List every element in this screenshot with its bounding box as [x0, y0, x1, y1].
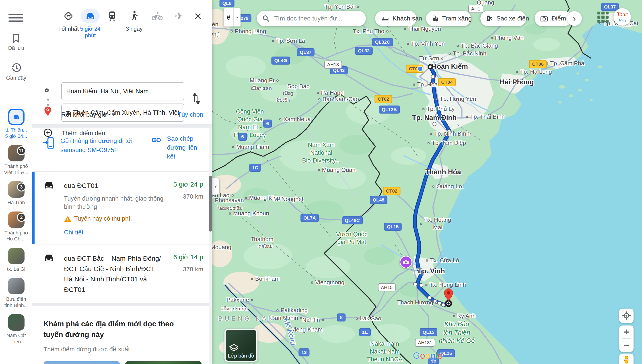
bicycle-icon — [151, 12, 163, 20]
route-options-button[interactable]: Tùy chọn — [178, 111, 203, 118]
recent-trip-item[interactable]: Nam CátTiên — [0, 314, 32, 345]
mode-flight-label: — — [168, 26, 190, 32]
destination-pin[interactable] — [444, 288, 454, 302]
swap-waypoints-button[interactable] — [191, 93, 201, 105]
suggested-stop-photo[interactable] — [125, 361, 202, 364]
place-dot-icon — [231, 194, 234, 196]
ime-letter[interactable]: ê — [224, 8, 234, 26]
car-icon — [85, 11, 96, 21]
place-dot-icon — [425, 284, 427, 286]
route-option-1[interactable]: qua ĐCT01 Tuyến đường nhanh nhất, giao t… — [32, 171, 212, 244]
map-label: Ban Nam Cao — [318, 96, 359, 103]
map-layers-button[interactable]: Lớp bản đồ — [225, 329, 258, 362]
map-label: ເມືອງ ແອດ — [251, 85, 272, 91]
zoom-out-button[interactable]: − — [619, 339, 633, 352]
map-label: Thanh Hóa — [425, 168, 461, 176]
depart-time-dropdown[interactable]: Rời khỏi bây giờ — [61, 111, 107, 118]
suggested-stop-photo[interactable] — [44, 361, 120, 364]
car-icon — [43, 180, 55, 191]
map-label: Thathom — [251, 236, 274, 243]
map-label: Tp. Ninh Bình — [430, 130, 470, 138]
road-badge: QL12B — [379, 106, 400, 114]
map-label: Pakkading — [276, 306, 308, 314]
origin-input[interactable] — [62, 82, 184, 100]
explore-title: Khám phá các địa điểm mới dọc theo tuyến… — [44, 318, 186, 340]
street-view-pegman-button[interactable] — [619, 354, 633, 364]
place-dot-icon — [232, 146, 234, 148]
recent-button[interactable]: Gần đây — [0, 63, 32, 81]
recent-trip-item[interactable]: 11Thành phốViệt Trì &... — [0, 145, 32, 176]
mode-walk[interactable]: 3 ngày — [123, 9, 145, 42]
apps-grid-icon[interactable] — [597, 12, 608, 23]
panel-collapse-button[interactable]: ‹ — [212, 178, 219, 194]
route-details-link[interactable]: Chi tiết — [64, 229, 83, 236]
place-dot-icon — [422, 108, 425, 110]
route-time: 5 giờ 24 p — [173, 180, 203, 188]
chip-hotel[interactable]: Khách sạn — [375, 11, 416, 26]
photo-spot-marker[interactable] — [400, 256, 412, 268]
explore-section: Khám phá các địa điểm mới dọc theo tuyến… — [32, 306, 212, 364]
route-start-marker[interactable] — [427, 64, 433, 70]
blue-dot-marker — [417, 66, 423, 72]
map-canvas[interactable]: Tp. Yên BáiQuangTp. Móng CáiPhổng LăngTx… — [212, 0, 642, 364]
chip-ev[interactable]: Sạc xe điện — [480, 11, 526, 26]
road-badge: AH131 — [415, 338, 435, 347]
mode-flight[interactable]: ✈ — — [168, 9, 190, 42]
map-label: ເມືອງ ປາກຊັນ — [221, 306, 248, 312]
panel-scrollbar-thumb[interactable] — [209, 176, 212, 232]
chevron-down-icon[interactable]: ▼ — [111, 112, 116, 118]
route-option-2[interactable]: qua ĐCT Bắc – Nam Phía Đông/ĐCT Cầu Giẽ … — [32, 244, 212, 303]
map-label: Nam XamNationalBio-Diversity... — [302, 141, 340, 164]
trip-count-badge: 11 — [17, 146, 26, 155]
chips-scroll-right-button[interactable]: › — [567, 11, 582, 26]
road-badge: QL32 — [355, 47, 373, 55]
saved-button[interactable]: Đã lưu — [0, 34, 32, 51]
chip-fuel[interactable]: Trạm xăng — [426, 11, 471, 26]
input-method-indicator[interactable]: ê ▾ — [224, 8, 241, 26]
map-label: Tp. Phủ Lý — [422, 105, 455, 113]
recent-trip-item[interactable]: 2Thành phốHồ Chí... — [0, 212, 32, 242]
mode-bike[interactable]: — — [146, 9, 168, 42]
waypoints-block: Thêm điểm đến — [32, 41, 212, 105]
road-badge: QL6 — [220, 0, 235, 7]
map-label: BUENG KAN — [219, 314, 275, 322]
map-label: Tx. Phú Thọ — [353, 28, 388, 35]
recent-trip-item[interactable]: tt. Thiên...5 giờ 24... — [0, 109, 32, 139]
place-dot-icon — [435, 302, 437, 304]
send-to-phone-label: Gửi thông tin đường đi tới samsung SM-G9… — [60, 136, 134, 154]
copy-link-button[interactable]: Sao chép đường liên kết — [150, 134, 200, 161]
pin-icon — [444, 288, 454, 301]
road-badge: 1C — [250, 164, 261, 172]
map-label: Phong Vân — [491, 34, 524, 42]
bookmark-icon — [11, 34, 21, 43]
recent-trip-item[interactable]: tx. La Gi — [0, 248, 32, 272]
trip-thumbnail — [8, 314, 25, 330]
menu-icon[interactable] — [9, 14, 23, 23]
map-label: Tp. Vinh — [418, 267, 445, 276]
mode-best[interactable]: Tốt nhất — [58, 9, 79, 42]
route-metrics: 6 giờ 14 p 378 km — [173, 253, 203, 273]
send-to-phone-button[interactable]: Gửi thông tin đường đi tới samsung SM-G9… — [42, 136, 134, 154]
mode-drive[interactable]: 5 giờ 24phút — [80, 9, 101, 42]
map-label: n Mouang — [212, 244, 231, 251]
trip-thumbnail — [8, 278, 25, 294]
search-along-route-box[interactable] — [257, 11, 366, 26]
zoom-in-button[interactable]: + — [619, 326, 633, 338]
recent-trip-item[interactable]: Bưu điệntỉnh Bình... — [0, 278, 32, 308]
map-label: Viengthong — [311, 279, 344, 286]
map-label: Tp. Bắc Giang — [457, 42, 498, 50]
place-dot-icon — [356, 318, 358, 320]
map-label: Tp. Sơn La — [272, 37, 305, 45]
my-location-button[interactable] — [619, 308, 633, 323]
panel-scrollbar-track[interactable] — [209, 128, 212, 364]
search-input[interactable] — [274, 15, 366, 22]
recent-trip-item[interactable]: 3Hà Tĩnh — [0, 181, 32, 206]
trip-label: tt. Thiên...5 giờ 24... — [0, 127, 32, 139]
mode-transit[interactable] — [101, 9, 123, 42]
chevron-down-icon[interactable]: ▾ — [234, 8, 241, 26]
chip-camera[interactable]: Điểm th — [535, 11, 572, 26]
map-label: Tp. Bắc Ninh — [449, 50, 486, 58]
place-dot-icon — [251, 299, 253, 301]
map-label: Khu Bảotồn Thiênnhiên Kẻ Gỗ — [439, 320, 475, 345]
close-directions-button[interactable]: × — [194, 11, 202, 21]
